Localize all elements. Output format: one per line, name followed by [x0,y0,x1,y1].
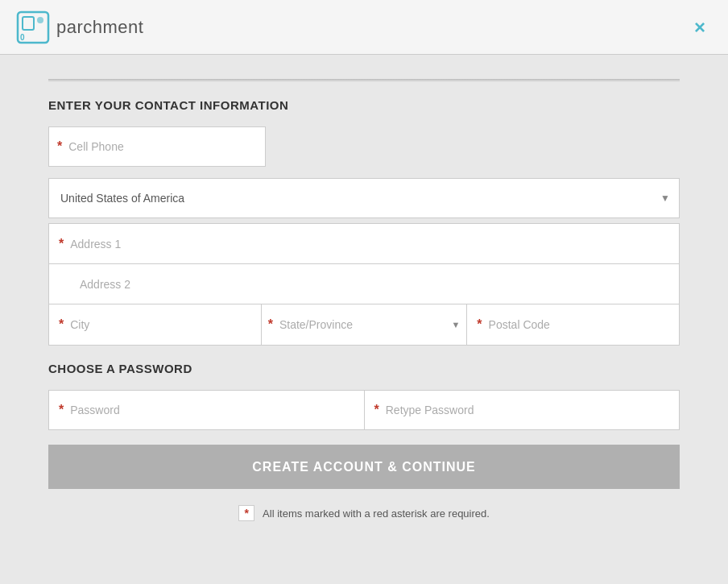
svg-text:0: 0 [20,33,25,42]
address2-row [49,264,679,304]
content-area: ENTER YOUR CONTACT INFORMATION * United … [0,55,728,584]
cell-phone-input[interactable] [68,140,257,153]
create-account-button[interactable]: CREATE ACCOUNT & CONTINUE [48,445,680,489]
close-button[interactable]: × [688,13,712,42]
header-bar: 0 parchment × [0,0,728,55]
parchment-logo-icon: 0 [16,10,50,44]
modal-container: 0 parchment × ENTER YOUR CONTACT INFORMA… [0,0,728,584]
country-select-wrapper: United States of America Canada United K… [48,178,680,218]
password-section-title: CHOOSE A PASSWORD [48,362,680,375]
retype-password-field: * [364,390,680,430]
cell-phone-wrapper: * [48,126,266,167]
state-select[interactable]: State/Province Alabama Alaska Arizona Ca… [279,318,460,331]
logo-text: parchment [56,17,143,38]
postal-input[interactable] [489,318,669,331]
address1-row: * [49,224,679,264]
required-note-star-icon: * [238,505,254,521]
password-section: CHOOSE A PASSWORD * * [48,362,680,430]
country-select[interactable]: United States of America Canada United K… [48,178,680,218]
retype-password-required-star: * [374,403,379,417]
address-block: * * * State/Province Alabama Alaska [48,223,680,346]
required-note-text: All items marked with a red asterisk are… [263,507,490,520]
address1-input[interactable] [70,238,669,251]
password-row: * * [48,390,680,430]
logo-area: 0 parchment [16,10,143,44]
address-row3: * * State/Province Alabama Alaska Arizon… [49,304,679,345]
content-divider [48,79,680,82]
address1-required-star: * [59,237,64,251]
city-input[interactable] [70,318,250,331]
city-required-star: * [59,317,64,332]
address2-input[interactable] [59,278,669,291]
state-field: * State/Province Alabama Alaska Arizona … [262,304,468,345]
postal-field: * [467,304,679,345]
password-field: * [48,390,364,430]
retype-password-input[interactable] [386,404,669,416]
city-field: * [49,304,262,345]
svg-rect-1 [23,17,34,30]
svg-point-2 [37,17,43,23]
state-required-star: * [268,317,273,332]
postal-required-star: * [477,317,482,332]
password-input[interactable] [70,404,354,416]
contact-section-title: ENTER YOUR CONTACT INFORMATION [48,98,680,112]
required-note: * All items marked with a red asterisk a… [48,505,680,521]
password-required-star: * [59,403,64,417]
cell-phone-required-star: * [57,139,62,154]
